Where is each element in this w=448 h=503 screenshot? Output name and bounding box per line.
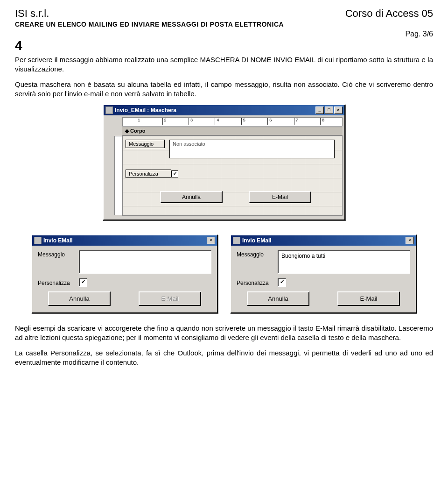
label-messaggio: Messaggio (38, 250, 79, 258)
maximize-button[interactable]: □ (325, 106, 333, 114)
label-personalizza: Personalizza (237, 279, 278, 286)
button-annulla-filled[interactable]: Annulla (247, 291, 309, 306)
paragraph-2: Questa maschera non è basata su alcuna t… (15, 80, 433, 99)
close-button[interactable]: × (406, 237, 414, 244)
button-annulla-design[interactable]: Annulla (160, 191, 223, 203)
section-bar-label: Corpo (130, 128, 145, 134)
design-titlebar: Invio_EMail : Maschera _ □ × (104, 105, 344, 115)
checkbox-personalizza-filled[interactable]: ✔ (278, 278, 286, 287)
doc-subtitle: CREARE UN ELENCO MAILING ED INVIARE MESS… (15, 21, 433, 28)
design-window: Invio_EMail : Maschera _ □ × (103, 104, 345, 220)
label-messaggio: Messaggio (126, 140, 165, 148)
form-title-empty: Invio EMail (43, 237, 73, 244)
field-messaggio[interactable]: Non associato (169, 140, 335, 158)
form-icon (105, 106, 113, 114)
doc-title-left: ISI s.r.l. (15, 7, 49, 20)
paragraph-3: Negli esempi da scaricare vi accorgerete… (15, 324, 433, 343)
form-window-filled: Invio EMail × Messaggio Buongiorno a tut… (230, 234, 417, 313)
label-messaggio: Messaggio (237, 250, 278, 258)
doc-title-right: Corso di Access 05 (345, 7, 433, 20)
section-bar-corpo: ◆ Corpo (122, 127, 343, 135)
ruler-horizontal (122, 117, 343, 127)
button-email-design[interactable]: E-Mail (249, 191, 311, 203)
ruler-vertical (114, 136, 123, 215)
button-annulla-empty[interactable]: Annulla (48, 291, 111, 306)
design-title: Invio_EMail : Maschera (115, 107, 176, 113)
paragraph-4: La casella Personalizza, se selezionata,… (15, 348, 433, 368)
input-messaggio-empty[interactable] (79, 250, 211, 274)
form-titlebar-empty: Invio EMail × (32, 235, 217, 246)
section-number: 4 (15, 38, 433, 53)
form-title-filled: Invio EMail (242, 237, 272, 244)
design-grid: Messaggio Non associato Personalizza ✔ A… (122, 135, 343, 216)
form-window-empty: Invio EMail × Messaggio Personalizza ✔ A… (31, 234, 218, 313)
form-icon (34, 237, 42, 244)
close-button[interactable]: × (334, 106, 343, 114)
form-icon (233, 237, 240, 244)
button-email-disabled: E-Mail (139, 291, 201, 306)
checkbox-personalizza-empty[interactable]: ✔ (79, 278, 87, 287)
page-number: Pag. 3/6 (15, 30, 433, 38)
minimize-button[interactable]: _ (315, 106, 324, 114)
checkbox-personalizza[interactable]: ✔ (171, 170, 178, 177)
label-personalizza: Personalizza (126, 170, 171, 178)
input-messaggio-filled[interactable]: Buongiorno a tutti (278, 250, 410, 274)
form-titlebar-filled: Invio EMail × (231, 235, 416, 246)
button-email-enabled[interactable]: E-Mail (337, 291, 400, 306)
paragraph-1: Per scrivere il messaggio abbiamo realiz… (15, 55, 433, 74)
close-button[interactable]: × (207, 237, 215, 244)
label-personalizza: Personalizza (38, 279, 79, 286)
